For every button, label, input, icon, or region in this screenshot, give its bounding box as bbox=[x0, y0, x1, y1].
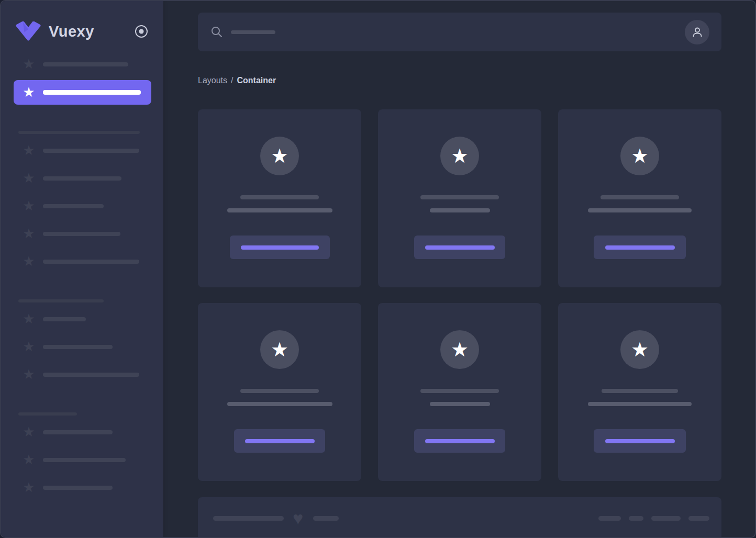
sidebar-item[interactable]: ★ bbox=[22, 227, 163, 240]
star-icon: ★ bbox=[271, 146, 288, 166]
section-header-placeholder bbox=[18, 299, 104, 302]
card-avatar: ★ bbox=[440, 137, 479, 175]
card-title-placeholder bbox=[240, 389, 319, 393]
card: ★ bbox=[558, 109, 721, 287]
breadcrumb-separator: / bbox=[231, 76, 233, 85]
footer-link-placeholder bbox=[629, 516, 643, 521]
star-icon: ★ bbox=[22, 340, 36, 353]
brand-name: Vuexy bbox=[49, 23, 94, 40]
card-action-button[interactable] bbox=[414, 429, 505, 453]
sidebar-item[interactable]: ★ bbox=[22, 199, 163, 212]
section-header-placeholder bbox=[18, 412, 77, 416]
footer-left: ♥ bbox=[213, 510, 339, 526]
card-action-button[interactable] bbox=[414, 236, 505, 259]
card-action-button[interactable] bbox=[594, 429, 686, 453]
brand-header: Vuexy bbox=[16, 18, 148, 44]
sidebar: Vuexy ★★★★★★★★★★★★★ bbox=[1, 1, 163, 537]
card-avatar: ★ bbox=[440, 330, 479, 369]
main-content: Layouts/Container ★★★★★★ ♥ bbox=[163, 1, 756, 537]
footer-link-placeholder bbox=[651, 516, 681, 521]
footer-text-placeholder bbox=[313, 516, 339, 521]
card: ★ bbox=[378, 303, 541, 481]
sidebar-pin-toggle-icon[interactable] bbox=[135, 25, 148, 38]
sidebar-item[interactable]: ★ bbox=[22, 255, 163, 268]
star-icon: ★ bbox=[271, 340, 288, 360]
button-label-placeholder bbox=[605, 245, 675, 250]
button-label-placeholder bbox=[605, 439, 675, 443]
search-icon bbox=[211, 26, 223, 38]
star-icon: ★ bbox=[451, 146, 469, 166]
button-label-placeholder bbox=[241, 245, 319, 250]
heart-icon: ♥ bbox=[293, 510, 303, 526]
card-text-placeholder bbox=[430, 208, 490, 212]
star-icon: ★ bbox=[631, 340, 649, 360]
sidebar-item[interactable]: ★ bbox=[22, 312, 163, 326]
star-icon: ★ bbox=[22, 199, 36, 212]
cards-grid: ★★★★★★ bbox=[198, 109, 721, 481]
footer-right bbox=[598, 516, 709, 521]
card-avatar: ★ bbox=[620, 330, 659, 369]
star-icon: ★ bbox=[22, 481, 36, 494]
sidebar-item[interactable]: ★ bbox=[22, 58, 163, 71]
sidebar-item[interactable]: ★ bbox=[22, 340, 163, 353]
card: ★ bbox=[378, 109, 541, 287]
card-title-placeholder bbox=[240, 195, 319, 199]
footer-link-placeholder bbox=[688, 516, 709, 521]
card-avatar: ★ bbox=[260, 330, 299, 369]
menu-label-placeholder bbox=[43, 317, 86, 321]
section-header-placeholder bbox=[18, 131, 140, 134]
star-icon: ★ bbox=[22, 227, 36, 240]
star-icon: ★ bbox=[22, 255, 36, 268]
star-icon: ★ bbox=[22, 144, 36, 157]
breadcrumb-current: Container bbox=[237, 76, 276, 85]
sidebar-item-active[interactable]: ★ bbox=[14, 80, 151, 105]
button-label-placeholder bbox=[425, 245, 495, 250]
card-text-placeholder bbox=[227, 208, 332, 212]
sidebar-item[interactable]: ★ bbox=[22, 144, 163, 157]
card-action-button[interactable] bbox=[230, 236, 330, 259]
breadcrumb-parent[interactable]: Layouts bbox=[198, 76, 227, 85]
button-label-placeholder bbox=[425, 439, 495, 443]
sidebar-nav: ★★★★★★★★★★★★★ bbox=[1, 44, 163, 509]
sidebar-item[interactable]: ★ bbox=[22, 481, 163, 494]
vuexy-logo-icon bbox=[16, 21, 41, 41]
star-icon: ★ bbox=[22, 58, 36, 71]
card-title-placeholder bbox=[601, 195, 679, 199]
sidebar-item[interactable]: ★ bbox=[22, 453, 163, 466]
star-icon: ★ bbox=[631, 146, 649, 166]
menu-label-placeholder bbox=[43, 345, 113, 349]
card: ★ bbox=[198, 303, 361, 481]
card-text-placeholder bbox=[430, 402, 490, 406]
card-action-button[interactable] bbox=[234, 429, 325, 453]
card-title-placeholder bbox=[420, 195, 499, 199]
breadcrumb: Layouts/Container bbox=[198, 76, 721, 86]
menu-label-placeholder bbox=[43, 62, 128, 66]
sidebar-item[interactable]: ★ bbox=[22, 172, 163, 185]
card-title-placeholder bbox=[420, 389, 499, 393]
card-avatar: ★ bbox=[620, 137, 659, 175]
star-icon: ★ bbox=[22, 312, 36, 326]
star-icon: ★ bbox=[22, 368, 36, 381]
card-text-placeholder bbox=[227, 402, 332, 406]
card-text-placeholder bbox=[588, 208, 692, 212]
card-action-button[interactable] bbox=[594, 236, 686, 259]
menu-label-placeholder bbox=[43, 149, 139, 153]
card: ★ bbox=[558, 303, 721, 481]
menu-label-placeholder bbox=[43, 458, 126, 462]
card: ★ bbox=[198, 109, 361, 287]
footer-text-placeholder bbox=[213, 516, 284, 521]
star-icon: ★ bbox=[22, 172, 36, 185]
menu-label-placeholder bbox=[43, 90, 141, 95]
app-window: Vuexy ★★★★★★★★★★★★★ bbox=[0, 0, 756, 538]
card-avatar: ★ bbox=[260, 137, 299, 175]
button-label-placeholder bbox=[245, 439, 315, 443]
star-icon: ★ bbox=[451, 340, 469, 360]
header-search-bar[interactable] bbox=[198, 13, 721, 51]
sidebar-item[interactable]: ★ bbox=[22, 425, 163, 439]
menu-label-placeholder bbox=[43, 486, 113, 490]
menu-label-placeholder bbox=[43, 373, 139, 377]
menu-label-placeholder bbox=[43, 176, 121, 181]
sidebar-item[interactable]: ★ bbox=[22, 368, 163, 381]
menu-label-placeholder bbox=[43, 204, 104, 208]
user-avatar-button[interactable] bbox=[685, 20, 709, 44]
